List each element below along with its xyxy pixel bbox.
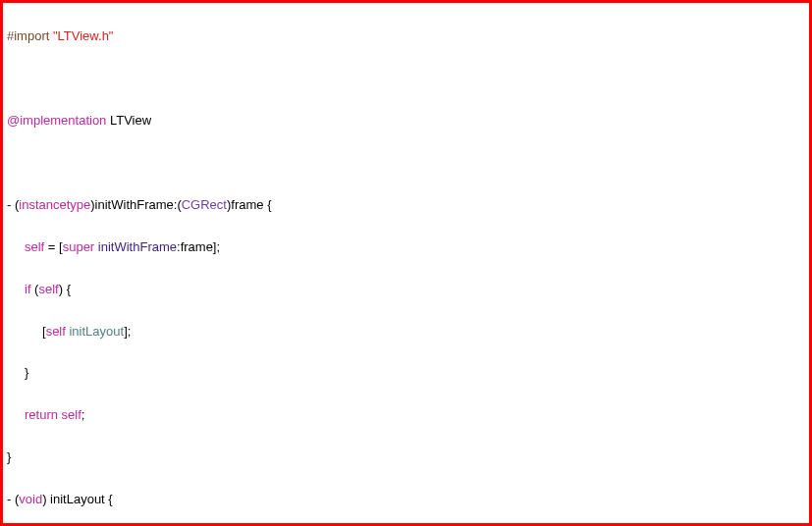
- code-line: - (instancetype)initWithFrame:(CGRect)fr…: [7, 194, 805, 215]
- code-line: if (self) {: [7, 279, 805, 299]
- code-line: return self;: [7, 404, 805, 425]
- code-line: }: [7, 362, 805, 383]
- code-line: }: [7, 447, 805, 467]
- code-line: #import "LTView.h": [7, 26, 805, 46]
- code-line: [7, 152, 805, 173]
- code-line: [self initLayout];: [7, 321, 805, 342]
- code-line: self = [super initWithFrame:frame];: [7, 237, 805, 257]
- code-line: - (void) initLayout {: [7, 489, 805, 509]
- code-line: [7, 68, 805, 88]
- code-line: @implementation LTView: [7, 110, 805, 131]
- code-block: #import "LTView.h" @implementation LTVie…: [0, 0, 812, 526]
